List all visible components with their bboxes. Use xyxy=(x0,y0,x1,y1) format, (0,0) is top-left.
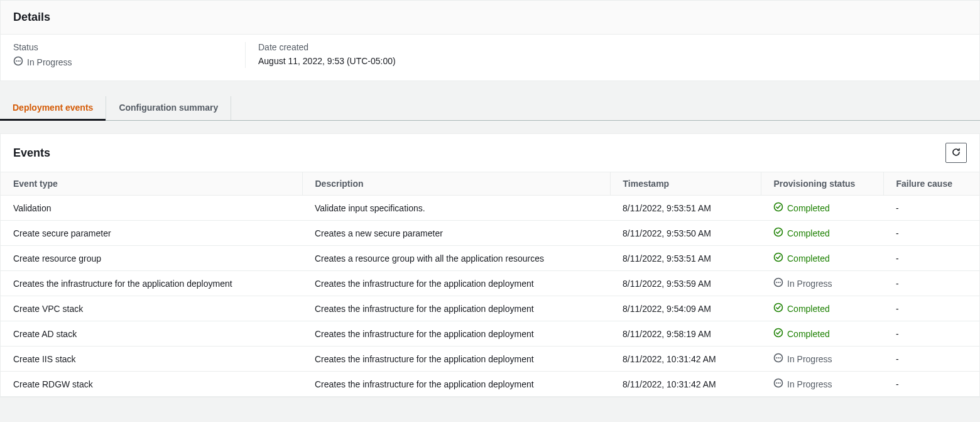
event-type: Create VPC stack xyxy=(1,296,302,321)
svg-point-14 xyxy=(776,357,777,358)
details-body: Status In Progress Date created August 1… xyxy=(1,35,979,81)
refresh-icon xyxy=(951,147,961,159)
failure-cause: - xyxy=(883,221,979,246)
status-label: Status xyxy=(13,42,245,52)
column-header[interactable]: Failure cause xyxy=(883,172,979,196)
status-text: Completed xyxy=(787,304,830,314)
event-timestamp: 8/11/2022, 9:53:51 AM xyxy=(610,196,761,221)
event-description: Creates a new secure parameter xyxy=(302,221,610,246)
svg-point-9 xyxy=(778,282,779,283)
table-row: Create secure parameterCreates a new sec… xyxy=(1,221,979,246)
event-timestamp: 8/11/2022, 9:53:50 AM xyxy=(610,221,761,246)
date-label: Date created xyxy=(258,42,396,52)
status-field: Status In Progress xyxy=(13,42,246,68)
provisioning-status: In Progress xyxy=(761,347,883,372)
event-type: Creates the infrastructure for the appli… xyxy=(1,271,302,296)
table-row: Creates the infrastructure for the appli… xyxy=(1,271,979,296)
provisioning-status: Completed xyxy=(761,321,883,347)
event-description: Creates the infrastructure for the appli… xyxy=(302,321,610,347)
status-text: In Progress xyxy=(787,354,832,364)
table-row: Create RDGW stackCreates the infrastruct… xyxy=(1,372,979,397)
date-field: Date created August 11, 2022, 9:53 (UTC-… xyxy=(246,42,396,68)
event-type: Create RDGW stack xyxy=(1,372,302,397)
svg-point-15 xyxy=(778,357,779,358)
status-text: In Progress xyxy=(27,57,72,67)
event-type: Create secure parameter xyxy=(1,221,302,246)
failure-cause: - xyxy=(883,246,979,271)
column-header[interactable]: Description xyxy=(302,172,610,196)
provisioning-status: Completed xyxy=(761,296,883,321)
details-header: Details xyxy=(1,1,979,35)
svg-point-2 xyxy=(18,60,19,62)
column-header[interactable]: Timestamp xyxy=(610,172,761,196)
svg-point-19 xyxy=(778,382,779,384)
check-circle-icon xyxy=(773,303,783,314)
svg-point-1 xyxy=(16,60,17,62)
refresh-button[interactable] xyxy=(945,143,967,163)
check-circle-icon xyxy=(773,202,783,214)
svg-point-10 xyxy=(780,282,781,283)
table-row: Create IIS stackCreates the infrastructu… xyxy=(1,347,979,372)
in-progress-icon xyxy=(773,353,783,365)
in-progress-icon xyxy=(773,378,783,390)
event-description: Creates a resource group with all the ap… xyxy=(302,246,610,271)
event-description: Creates the infrastructure for the appli… xyxy=(302,296,610,321)
event-type: Validation xyxy=(1,196,302,221)
date-value: August 11, 2022, 9:53 (UTC-05:00) xyxy=(258,56,396,66)
failure-cause: - xyxy=(883,372,979,397)
event-timestamp: 8/11/2022, 9:58:19 AM xyxy=(610,321,761,347)
provisioning-status: In Progress xyxy=(761,271,883,296)
status-text: Completed xyxy=(787,228,830,238)
check-circle-icon xyxy=(773,252,783,264)
failure-cause: - xyxy=(883,196,979,221)
tab-deployment-events[interactable]: Deployment events xyxy=(0,96,106,120)
status-text: Completed xyxy=(787,253,830,264)
status-text: In Progress xyxy=(787,379,832,389)
event-description: Creates the infrastructure for the appli… xyxy=(302,347,610,372)
in-progress-icon xyxy=(773,277,783,289)
failure-cause: - xyxy=(883,296,979,321)
event-timestamp: 8/11/2022, 10:31:42 AM xyxy=(610,347,761,372)
status-text: Completed xyxy=(787,203,830,213)
provisioning-status: Completed xyxy=(761,246,883,271)
status-text: Completed xyxy=(787,329,830,339)
event-type: Create AD stack xyxy=(1,321,302,347)
table-row: Create resource groupCreates a resource … xyxy=(1,246,979,271)
in-progress-icon xyxy=(13,56,23,68)
event-description: Validate input specifications. xyxy=(302,196,610,221)
tab-configuration-summary[interactable]: Configuration summary xyxy=(106,96,231,120)
events-header: Events xyxy=(1,134,979,172)
events-title: Events xyxy=(13,147,50,160)
svg-point-8 xyxy=(776,282,777,283)
failure-cause: - xyxy=(883,347,979,372)
provisioning-status: Completed xyxy=(761,221,883,246)
failure-cause: - xyxy=(883,321,979,347)
details-title: Details xyxy=(13,11,967,24)
events-table: Event typeDescriptionTimestampProvisioni… xyxy=(1,172,979,397)
event-timestamp: 8/11/2022, 9:53:51 AM xyxy=(610,246,761,271)
svg-point-20 xyxy=(780,382,781,384)
failure-cause: - xyxy=(883,271,979,296)
status-value: In Progress xyxy=(13,56,245,68)
details-panel: Details Status In Progress Date created … xyxy=(0,0,980,81)
table-row: Create VPC stackCreates the infrastructu… xyxy=(1,296,979,321)
tabs: Deployment eventsConfiguration summary xyxy=(0,96,980,121)
table-row: Create AD stackCreates the infrastructur… xyxy=(1,321,979,347)
event-timestamp: 8/11/2022, 9:54:09 AM xyxy=(610,296,761,321)
event-type: Create IIS stack xyxy=(1,347,302,372)
status-text: In Progress xyxy=(787,279,832,289)
column-header[interactable]: Event type xyxy=(1,172,302,196)
event-timestamp: 8/11/2022, 10:31:42 AM xyxy=(610,372,761,397)
event-timestamp: 8/11/2022, 9:53:59 AM xyxy=(610,271,761,296)
svg-point-3 xyxy=(19,60,21,62)
provisioning-status: Completed xyxy=(761,196,883,221)
event-description: Creates the infrastructure for the appli… xyxy=(302,372,610,397)
event-description: Creates the infrastructure for the appli… xyxy=(302,271,610,296)
events-panel: Events Event typeDescriptionTimestampPro… xyxy=(0,133,980,397)
svg-point-16 xyxy=(780,357,781,358)
check-circle-icon xyxy=(773,328,783,340)
check-circle-icon xyxy=(773,227,783,239)
column-header[interactable]: Provisioning status xyxy=(761,172,883,196)
event-type: Create resource group xyxy=(1,246,302,271)
provisioning-status: In Progress xyxy=(761,372,883,397)
